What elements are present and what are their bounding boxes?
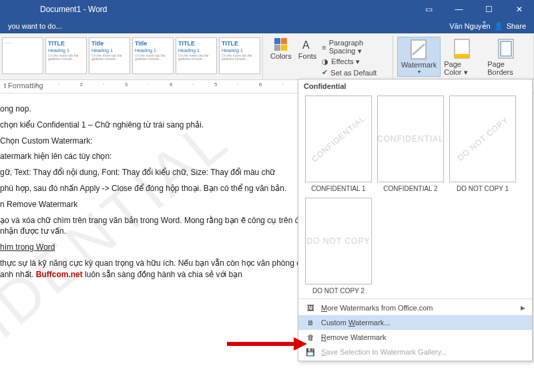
paragraph-icon: ≡ xyxy=(322,43,326,51)
user-name[interactable]: Văn Nguyễn xyxy=(449,22,490,31)
watermark-option[interactable]: CONFIDENTIAL CONFIDENTIAL 2 xyxy=(377,95,444,192)
watermark-thumb: DO NOT COPY xyxy=(305,198,372,284)
effects-button[interactable]: ◑Effects ▾ xyxy=(320,57,388,67)
watermark-thumb: CONFIDENTIAL xyxy=(377,95,444,182)
style-thumb[interactable]: TitleHeading 1On the Insert tab the gall… xyxy=(132,37,174,74)
colors-icon xyxy=(274,38,288,51)
remove-icon: 🗑 xyxy=(305,332,316,343)
page-color-icon xyxy=(452,38,473,59)
title-bar: Document1 - Word ▭ — ☐ ✕ xyxy=(0,0,534,19)
ribbon-top: you want to do... Văn Nguyễn 👤 Share xyxy=(0,19,534,33)
more-watermarks-item[interactable]: 🖼 More Watermarks from Office.com ▶ xyxy=(298,301,532,315)
share-icon[interactable]: 👤 xyxy=(494,22,503,31)
style-thumb[interactable]: TITLEHeading 1On the Insert tab the gall… xyxy=(45,37,87,74)
custom-watermark-icon: 🗎 xyxy=(305,317,316,328)
watermark-dropdown: Confidential CONFIDENTIAL CONFIDENTIAL 1… xyxy=(298,79,533,361)
svg-rect-3 xyxy=(281,45,287,51)
set-default-button[interactable]: ✔Set as Default xyxy=(320,67,388,77)
paragraph-spacing-button[interactable]: ≡Paragraph Spacing ▾ xyxy=(320,38,388,56)
page-color-button[interactable]: Page Color ▾ xyxy=(441,37,484,78)
style-thumb[interactable]: TitleHeading 1On the Insert tab the gall… xyxy=(89,37,130,74)
style-gallery[interactable]: —— TITLEHeading 1On the Insert tab the g… xyxy=(0,35,263,79)
dropdown-section: Confidential xyxy=(298,79,532,93)
ribbon-options-icon[interactable]: ▭ xyxy=(414,0,444,19)
page-borders-button[interactable]: Page Borders xyxy=(484,37,529,77)
minimize-icon[interactable]: — xyxy=(444,0,474,19)
fonts-button[interactable]: A Fonts xyxy=(295,37,320,61)
watermark-option[interactable]: CONFIDENTIAL CONFIDENTIAL 1 xyxy=(305,95,372,192)
watermark-button[interactable]: Watermark ▾ xyxy=(397,37,441,77)
fonts-icon: A xyxy=(301,38,314,51)
tell-me[interactable]: you want to do... xyxy=(8,22,62,30)
online-icon: 🖼 xyxy=(305,303,316,313)
save-selection-item: 💾 Save Selection to Watermark Gallery... xyxy=(298,345,532,359)
page-borders-icon xyxy=(496,38,517,59)
window-title: Document1 - Word xyxy=(0,5,107,14)
check-icon: ✔ xyxy=(322,68,328,77)
share-button[interactable]: Share xyxy=(507,22,526,30)
svg-rect-8 xyxy=(455,54,469,58)
svg-rect-2 xyxy=(274,45,280,51)
style-thumb[interactable]: TITLEHeading 1On the Insert tab the gall… xyxy=(176,37,217,74)
formatting-group: Colors A Fonts ≡Paragraph Spacing ▾ ◑Eff… xyxy=(263,35,393,79)
chevron-down-icon: ▾ xyxy=(418,69,421,75)
colors-button[interactable]: Colors xyxy=(267,37,295,61)
maximize-icon[interactable]: ☐ xyxy=(474,0,504,19)
style-thumb[interactable]: —— xyxy=(2,37,43,74)
custom-watermark-item[interactable]: 🗎 Custom Watermark... xyxy=(298,315,532,330)
ribbon: —— TITLEHeading 1On the Insert tab the g… xyxy=(0,33,534,80)
buffcom-link[interactable]: Buffcom.net xyxy=(36,270,83,279)
watermark-option[interactable]: DO NOT COPY DO NOT COPY 2 xyxy=(305,198,372,295)
svg-rect-1 xyxy=(281,38,287,44)
effects-icon: ◑ xyxy=(322,57,328,66)
watermark-icon xyxy=(409,39,430,60)
watermark-thumb: DO NOT COPY xyxy=(449,95,516,182)
watermark-thumb: CONFIDENTIAL xyxy=(305,95,372,182)
remove-watermark-item[interactable]: 🗑 Remove Watermark xyxy=(298,330,532,345)
watermark-option[interactable]: DO NOT COPY DO NOT COPY 1 xyxy=(449,95,516,192)
style-thumb[interactable]: TITLEHeading 1On the Insert tab the gall… xyxy=(219,37,260,74)
page-background-group: Watermark ▾ Page Color ▾ Page Borders xyxy=(393,35,534,79)
group-label: t Formatting xyxy=(0,81,47,90)
save-icon: 💾 xyxy=(305,347,316,357)
svg-text:A: A xyxy=(302,39,310,51)
close-icon[interactable]: ✕ xyxy=(504,0,534,19)
svg-rect-0 xyxy=(274,38,280,44)
chevron-right-icon: ▶ xyxy=(521,305,525,311)
